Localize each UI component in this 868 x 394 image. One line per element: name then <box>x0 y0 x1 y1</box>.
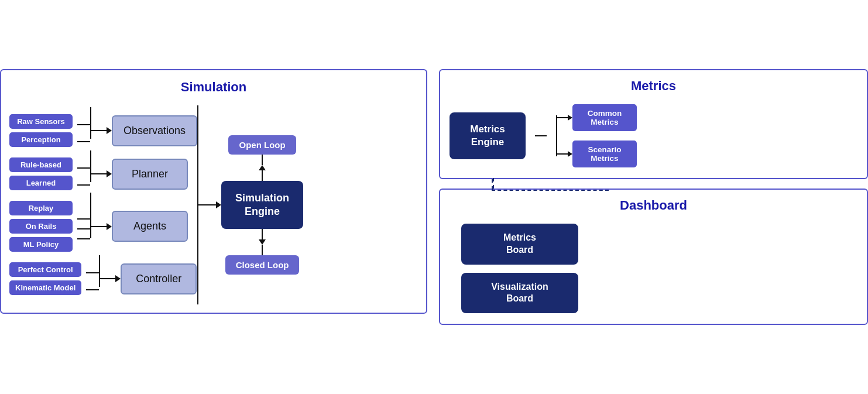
perfect-control-pill: Perfect Control <box>9 262 81 277</box>
metrics-title: Metrics <box>450 78 857 94</box>
visualization-board-box: VisualizationBoard <box>461 273 578 314</box>
rule-based-pill: Rule-based <box>9 157 73 172</box>
raw-sensors-pill: Raw Sensors <box>9 114 73 129</box>
perception-pill: Perception <box>9 132 73 147</box>
agents-group: Replay On Rails ML Policy Agents <box>9 201 197 252</box>
simulation-panel: Simulation Raw Sensors Perception <box>0 69 427 314</box>
planner-midbox: Planner <box>112 159 188 190</box>
dashed-connector-in <box>492 179 493 190</box>
controller-group: Perfect Control Kinematic Model Controll… <box>9 262 197 295</box>
on-rails-pill: On Rails <box>9 219 73 234</box>
metrics-engine-box: Metrics Engine <box>450 112 526 159</box>
dashed-connector-vertical <box>493 178 494 189</box>
ml-policy-pill: ML Policy <box>9 237 73 252</box>
controller-midbox: Controller <box>121 263 197 294</box>
scenario-metrics-pill: ScenarioMetrics <box>572 141 637 167</box>
metrics-body: Metrics Engine CommonMetrics <box>450 104 857 167</box>
agents-midbox: Agents <box>112 211 188 242</box>
observations-midbox: Observations <box>112 115 197 146</box>
simulation-title: Simulation <box>9 80 418 95</box>
dashed-connector-horiz <box>492 190 609 191</box>
dashboard-title: Dashboard <box>450 198 857 213</box>
right-panels: Metrics Metrics Engine <box>439 69 868 325</box>
replay-pill: Replay <box>9 201 73 215</box>
learned-pill: Learned <box>9 176 73 190</box>
dashboard-body: MetricsBoard VisualizationBoard <box>450 224 857 313</box>
dashboard-panel: Dashboard MetricsBoard VisualizationBoar… <box>439 189 868 325</box>
observations-group: Raw Sensors Perception <box>9 114 197 147</box>
kinematic-model-pill: Kinematic Model <box>9 280 81 295</box>
full-diagram: Simulation Raw Sensors Perception <box>0 69 868 325</box>
simulation-engine-box: Simulation Engine <box>221 181 303 229</box>
planner-group: Rule-based Learned Planner <box>9 157 197 190</box>
metrics-board-box: MetricsBoard <box>461 224 578 265</box>
open-loop-box: Open Loop <box>228 135 296 155</box>
common-metrics-pill: CommonMetrics <box>572 104 637 131</box>
metrics-panel: Metrics Metrics Engine <box>439 69 868 179</box>
closed-loop-box: Closed Loop <box>225 255 300 275</box>
